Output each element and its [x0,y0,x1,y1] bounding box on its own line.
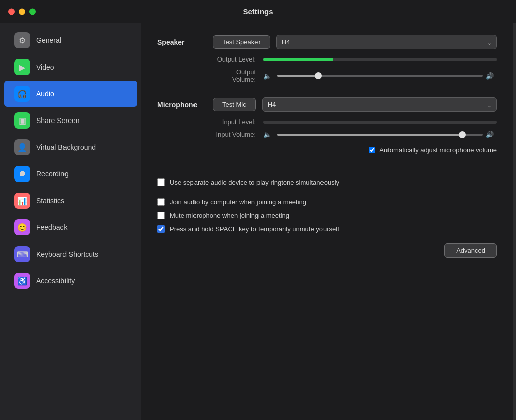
window-title: Settings [243,7,273,16]
output-volume-fill [277,75,318,77]
input-level-label: Input Level: [213,118,263,126]
sidebar-item-keyboard-shortcuts[interactable]: ⌨Keyboard Shortcuts [4,241,137,267]
test-speaker-button[interactable]: Test Speaker [213,35,270,49]
input-level-row: Input Level: [213,118,497,126]
sidebar-item-video-label: Video [36,63,54,71]
press-space-row: Press and hold SPACE key to temporarily … [157,225,497,233]
mic-volume-high-icon: 🔊 [486,131,494,138]
sidebar-item-audio-label: Audio [36,90,54,98]
minimize-button[interactable] [19,8,25,15]
press-space-label: Press and hold SPACE key to temporarily … [170,225,339,233]
test-mic-button[interactable]: Test Mic [213,98,256,111]
sidebar-item-general-label: General [36,36,61,44]
sidebar-item-virtual-background[interactable]: 👤Virtual Background [4,134,137,160]
sidebar-item-general[interactable]: ⚙General [4,27,137,53]
sidebar-item-feedback[interactable]: 😊Feedback [4,214,137,241]
share-screen-icon: ▣ [14,112,30,129]
join-audio-label: Join audio by computer when joining a me… [170,198,306,206]
general-icon: ⚙ [14,32,30,48]
speaker-section: Speaker Test Speaker H4 Output Level: Ou… [157,35,497,83]
output-level-row: Output Level: [213,55,497,63]
sidebar-item-share-screen[interactable]: ▣Share Screen [4,107,137,134]
sidebar-item-audio[interactable]: 🎧Audio [4,81,137,107]
speaker-select-wrapper: H4 [276,35,497,49]
join-audio-checkbox[interactable] [157,198,165,206]
input-volume-slider[interactable] [277,134,483,136]
accessibility-icon: ♿ [14,273,30,289]
sidebar-item-statistics[interactable]: 📊Statistics [4,188,137,214]
input-volume-fill [277,134,462,136]
auto-adjust-checkbox[interactable] [369,147,375,153]
advanced-button[interactable]: Advanced [444,243,497,258]
output-volume-slider-wrapper: 🔈 🔊 [263,72,497,80]
output-volume-thumb[interactable] [315,72,322,79]
sidebar-item-feedback-label: Feedback [36,223,67,231]
sidebar-item-accessibility-label: Accessibility [36,277,75,285]
sidebar-item-recording[interactable]: ⏺Recording [4,161,137,187]
input-level-bar-container [263,121,497,124]
mute-mic-checkbox[interactable] [157,212,165,219]
input-volume-slider-wrapper: 🔈 🔊 [263,131,497,138]
use-separate-audio-row: Use separate audio device to play ringto… [157,178,497,186]
speaker-label: Speaker [157,38,213,46]
microphone-section: Microphone Test Mic H4 Input Level: Inpu… [157,97,497,154]
output-volume-row: Output Volume: 🔈 🔊 [213,68,497,83]
sidebar-item-keyboard-shortcuts-label: Keyboard Shortcuts [36,250,98,258]
mic-row: Microphone Test Mic H4 [157,97,497,112]
sidebar: ⚙General▶Video🎧Audio▣Share Screen👤Virtua… [0,23,141,420]
mic-select-wrapper: H4 [262,97,497,112]
main-content: ⚙General▶Video🎧Audio▣Share Screen👤Virtua… [0,23,516,420]
auto-adjust-label: Automatically adjust microphone volume [379,146,497,154]
audio-icon: 🎧 [14,86,30,102]
mute-mic-row: Mute microphone when joining a meeting [157,212,497,219]
divider-1 [157,168,497,168]
mic-device-select[interactable]: H4 [262,97,497,112]
output-volume-slider[interactable] [277,75,483,77]
feedback-icon: 😊 [14,219,30,235]
output-level-bar-container [263,58,497,61]
mute-mic-label: Mute microphone when joining a meeting [170,212,289,219]
maximize-button[interactable] [29,8,36,15]
virtual-background-icon: 👤 [14,139,30,155]
press-space-checkbox[interactable] [157,225,165,233]
output-level-label: Output Level: [213,55,263,63]
sidebar-item-statistics-label: Statistics [36,197,64,205]
video-icon: ▶ [14,59,30,75]
input-volume-thumb[interactable] [459,131,466,138]
advanced-btn-row: Advanced [157,243,497,258]
volume-high-icon: 🔊 [486,72,494,80]
title-bar: Settings [0,0,516,23]
input-volume-row: Input Volume: 🔈 🔊 [213,131,497,138]
sidebar-item-virtual-background-label: Virtual Background [36,143,96,151]
input-volume-label: Input Volume: [213,131,263,138]
output-level-bar [263,58,333,61]
content-area: Speaker Test Speaker H4 Output Level: Ou… [141,23,513,420]
keyboard-shortcuts-icon: ⌨ [14,246,30,262]
traffic-lights [8,8,36,15]
volume-low-icon: 🔈 [263,72,271,80]
sidebar-item-recording-label: Recording [36,170,69,178]
use-separate-audio-label: Use separate audio device to play ringto… [170,178,339,186]
bottom-section: Use separate audio device to play ringto… [157,178,497,233]
auto-adjust-checkbox-wrapper: Automatically adjust microphone volume [369,146,497,154]
scrollbar-track[interactable] [513,23,516,420]
join-audio-row: Join audio by computer when joining a me… [157,198,497,206]
close-button[interactable] [8,8,15,15]
speaker-row: Speaker Test Speaker H4 [157,35,497,49]
microphone-label: Microphone [157,101,213,109]
sidebar-item-share-screen-label: Share Screen [36,116,80,125]
auto-adjust-row: Automatically adjust microphone volume [157,146,497,154]
output-volume-label: Output Volume: [213,68,263,83]
mic-volume-low-icon: 🔈 [263,131,271,138]
recording-icon: ⏺ [14,166,30,182]
use-separate-audio-checkbox[interactable] [157,178,165,186]
statistics-icon: 📊 [14,193,30,209]
sidebar-item-accessibility[interactable]: ♿Accessibility [4,268,137,294]
sidebar-item-video[interactable]: ▶Video [4,54,137,80]
speaker-device-select[interactable]: H4 [276,35,497,49]
